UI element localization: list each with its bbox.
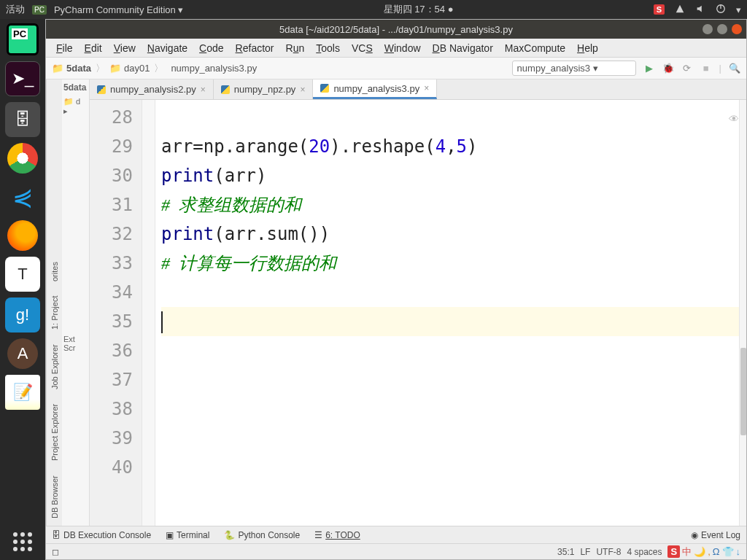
line-gutter: 28293031323334353637383940: [90, 100, 142, 526]
run-config-selector[interactable]: numpy_analysis3 ▾: [512, 61, 636, 76]
menu-help[interactable]: Help: [573, 41, 603, 55]
ime-indicator[interactable]: S 中 🌙 , Ω 👕 ↓: [667, 545, 740, 559]
app-name[interactable]: PyCharm Community Edition ▾: [54, 4, 184, 15]
status-bar: ◻ 35:1 LF UTF-8 4 spaces S 中 🌙 , Ω 👕 ↓: [46, 543, 746, 559]
project-root[interactable]: 5data: [63, 82, 88, 93]
minimize-button[interactable]: [703, 24, 713, 34]
close-icon[interactable]: ×: [300, 85, 305, 95]
menu-window[interactable]: Window: [380, 41, 425, 55]
dock-pycharm[interactable]: [7, 23, 39, 55]
menu-edit[interactable]: Edit: [80, 41, 107, 55]
menu-maxcompute[interactable]: MaxCompute: [500, 41, 570, 55]
terminal-tab[interactable]: ▣ Terminal: [166, 530, 209, 540]
scrollbar[interactable]: [739, 100, 746, 526]
debug-button[interactable]: 🐞: [662, 63, 674, 74]
gutter-strip: [142, 100, 155, 526]
activities-label[interactable]: 活动: [6, 3, 25, 16]
menu-bar: File Edit View Navigate Code Refactor Ru…: [46, 39, 746, 58]
scrollbar-thumb[interactable]: [740, 348, 746, 435]
pycharm-window: 5data [~/aid2012/5data] - .../day01/nump…: [45, 19, 747, 560]
network-icon[interactable]: [675, 4, 685, 16]
close-icon[interactable]: ×: [424, 83, 429, 93]
line-separator[interactable]: LF: [580, 547, 590, 557]
ubuntu-top-bar: 活动 PC PyCharm Community Edition ▾ 星期四 17…: [0, 0, 747, 19]
dock-translator[interactable]: g!: [5, 298, 40, 332]
menu-file[interactable]: File: [52, 41, 77, 55]
scratches[interactable]: Scr: [63, 343, 88, 352]
window-title: 5data [~/aid2012/5data] - .../day01/nump…: [279, 24, 513, 35]
dock-notes[interactable]: 📝: [5, 375, 40, 410]
sogou-ime-icon[interactable]: S: [654, 4, 665, 15]
file-encoding[interactable]: UTF-8: [596, 547, 621, 557]
pycharm-badge-icon: PC: [32, 5, 47, 15]
ubuntu-dock: ➤_ 🗄 ⋞ T g! A 📝: [0, 19, 45, 560]
search-icon[interactable]: 🔍: [729, 63, 740, 74]
job-explorer-tab[interactable]: Job Explorer: [49, 341, 61, 392]
chevron-down-icon[interactable]: ▾: [736, 4, 741, 15]
todo-tab[interactable]: ☰ 6: TODO: [314, 530, 360, 540]
dock-files[interactable]: 🗄: [5, 102, 40, 137]
menu-vcs[interactable]: VCS: [347, 41, 377, 55]
left-tool-strip: DB Browser Project Explorer Job Explorer…: [46, 79, 62, 526]
menu-code[interactable]: Code: [195, 41, 228, 55]
tab-numpy-analysis3[interactable]: numpy_analysis3.py×: [313, 79, 437, 99]
menu-tools[interactable]: Tools: [311, 41, 344, 55]
project-tab[interactable]: 1: Project: [49, 293, 61, 332]
project-explorer-tab[interactable]: Project Explorer: [49, 401, 61, 464]
dock-updater[interactable]: A: [7, 338, 38, 369]
external-libs[interactable]: Ext: [63, 335, 88, 343]
project-tree[interactable]: 5data 📁 d ▸ Ext Scr: [62, 79, 90, 526]
menu-db-navigator[interactable]: DB Navigator: [428, 41, 498, 55]
close-button[interactable]: [732, 24, 742, 34]
code-editor[interactable]: 28293031323334353637383940 👁 arr=np.aran…: [90, 100, 746, 526]
bottom-tool-tabs: 🗄 DB Execution Console ▣ Terminal 🐍 Pyth…: [46, 526, 746, 543]
dock-apps-grid[interactable]: [13, 532, 32, 551]
clock[interactable]: 星期四 17：54 ●: [183, 3, 653, 16]
dock-text-editor[interactable]: T: [5, 257, 40, 292]
dock-terminal[interactable]: ➤_: [5, 61, 40, 96]
menu-view[interactable]: View: [109, 41, 140, 55]
stop-button[interactable]: ■: [700, 63, 712, 74]
status-show-tool[interactable]: ◻: [52, 547, 59, 557]
dock-vscode[interactable]: ⋞: [5, 179, 40, 214]
window-titlebar: 5data [~/aid2012/5data] - .../day01/nump…: [46, 20, 746, 39]
indent-setting[interactable]: 4 spaces: [627, 547, 662, 557]
coverage-button[interactable]: ⟳: [681, 63, 693, 74]
navigation-bar: 📁5data 〉 📁day01 〉 numpy_analysis3.py num…: [46, 58, 746, 79]
menu-navigate[interactable]: Navigate: [143, 41, 192, 55]
menu-run[interactable]: Run: [282, 41, 309, 55]
maximize-button[interactable]: [717, 24, 727, 34]
cursor-position[interactable]: 35:1: [557, 547, 574, 557]
db-execution-console-tab[interactable]: 🗄 DB Execution Console: [52, 530, 151, 540]
code-area[interactable]: 👁 arr=np.arange(20).reshape(4,5)print(ar…: [155, 100, 746, 526]
event-log-tab[interactable]: ◉ Event Log: [691, 530, 740, 540]
power-icon[interactable]: [716, 4, 726, 16]
editor-tabs: numpy_analysis2.py× numpy_npz.py× numpy_…: [90, 79, 746, 100]
tab-numpy-npz[interactable]: numpy_npz.py×: [214, 79, 314, 99]
menu-refactor[interactable]: Refactor: [231, 41, 279, 55]
dock-firefox[interactable]: [7, 220, 38, 251]
inspection-eye-icon[interactable]: 👁: [729, 104, 739, 133]
dock-chrome[interactable]: [7, 143, 38, 174]
run-button[interactable]: ▶: [643, 63, 655, 74]
breadcrumb[interactable]: 📁5data 〉 📁day01 〉 numpy_analysis3.py: [52, 62, 257, 75]
close-icon[interactable]: ×: [201, 85, 206, 95]
favorites-tab[interactable]: orites: [49, 259, 61, 284]
db-browser-tab[interactable]: DB Browser: [49, 472, 61, 521]
volume-icon[interactable]: [695, 4, 705, 16]
tab-numpy-analysis2[interactable]: numpy_analysis2.py×: [90, 79, 214, 99]
python-console-tab[interactable]: 🐍 Python Console: [224, 530, 300, 540]
